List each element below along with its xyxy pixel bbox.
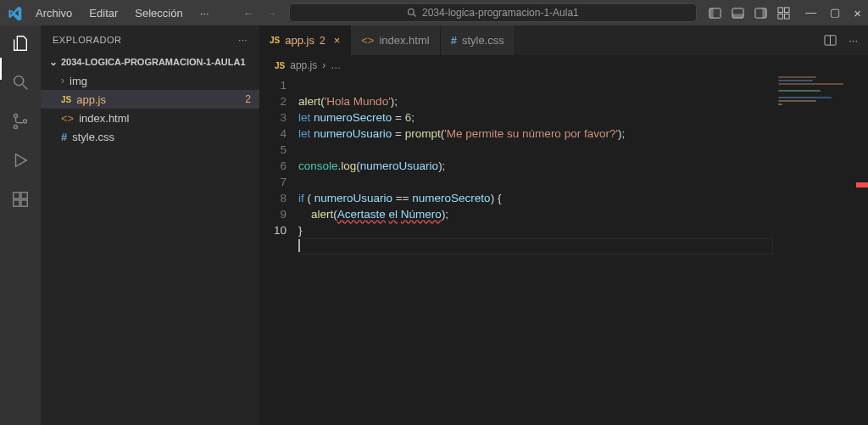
breadcrumb[interactable]: JS app.js › … — [259, 55, 868, 75]
line-number: 9 — [259, 206, 287, 222]
split-editor-icon[interactable] — [824, 34, 837, 47]
line-number: 1 — [259, 77, 287, 93]
tab-app-js[interactable]: JS app.js 2 × — [259, 25, 351, 55]
line-number: 7 — [259, 174, 287, 190]
customize-layout-icon[interactable] — [777, 7, 790, 20]
svg-point-16 — [23, 120, 26, 123]
editor-tabs: JS app.js 2 × <> index.html # style.css … — [259, 25, 868, 55]
tab-label: index.html — [379, 34, 429, 47]
sidebar-title-text: EXPLORADOR — [53, 35, 121, 45]
activity-indicator — [0, 58, 2, 80]
overview-ruler[interactable] — [856, 55, 868, 425]
menu-more[interactable]: ··· — [193, 3, 216, 23]
extensions-icon[interactable] — [11, 190, 30, 209]
activity-bar — [0, 25, 41, 425]
chevron-right-icon: › — [61, 75, 64, 87]
breadcrumb-file: app.js — [290, 59, 317, 71]
folder-label: img — [70, 75, 87, 87]
svg-line-1 — [414, 14, 416, 17]
file-style-css[interactable]: # style.css — [41, 127, 259, 146]
project-name: 2034-LOGICA-PROGRAMACION-1-AULA1 — [61, 57, 246, 67]
line-number: 5 — [259, 142, 287, 158]
maximize-icon[interactable]: ▢ — [830, 6, 840, 20]
css-file-icon: # — [61, 131, 67, 143]
line-gutter: 1 2 3 4 5 6 7 8 9 10 — [259, 77, 298, 287]
minimap[interactable] — [778, 76, 854, 109]
tab-more-icon[interactable]: ··· — [849, 34, 858, 47]
toggle-sidebar-right-icon[interactable] — [754, 7, 767, 20]
source-control-icon[interactable] — [11, 112, 30, 131]
code-content[interactable]: alert('Hola Mundo'); let numeroSecreto =… — [298, 77, 868, 287]
tab-utilities: ··· — [824, 25, 868, 55]
breadcrumb-sep: › — [322, 59, 326, 71]
svg-rect-11 — [785, 14, 790, 19]
svg-rect-9 — [785, 7, 790, 12]
titlebar: Archivo Editar Selección ··· ← → 2034-lo… — [0, 0, 868, 25]
nav-back-icon[interactable]: ← — [243, 7, 254, 20]
chevron-down-icon: ⌄ — [49, 56, 58, 68]
error-marker[interactable] — [856, 182, 868, 187]
command-center[interactable]: 2034-logica-programacion-1-Aula1 — [289, 3, 698, 22]
breadcrumb-more: … — [331, 59, 341, 71]
vscode-logo-icon — [0, 6, 29, 20]
project-section[interactable]: ⌄ 2034-LOGICA-PROGRAMACION-1-AULA1 — [41, 54, 259, 68]
close-icon[interactable]: × — [854, 6, 861, 20]
nav-forward-icon[interactable]: → — [266, 7, 277, 20]
line-number: 4 — [259, 126, 287, 142]
html-file-icon: <> — [61, 112, 74, 125]
editor-area: JS app.js 2 × <> index.html # style.css … — [259, 25, 868, 425]
svg-point-12 — [14, 76, 24, 86]
svg-rect-8 — [778, 7, 783, 12]
run-debug-icon[interactable] — [11, 151, 30, 170]
minimize-icon[interactable]: — — [805, 6, 816, 20]
menu-seleccion[interactable]: Selección — [128, 3, 189, 23]
svg-rect-10 — [778, 14, 783, 19]
js-file-icon: JS — [270, 36, 280, 45]
file-app-js[interactable]: JS app.js 2 — [41, 90, 259, 109]
js-file-icon: JS — [61, 95, 71, 104]
svg-rect-7 — [763, 8, 767, 17]
css-file-icon: # — [451, 34, 457, 47]
line-number: 3 — [259, 109, 287, 126]
line-number: 6 — [259, 158, 287, 174]
problems-badge: 2 — [245, 93, 251, 105]
js-file-icon: JS — [275, 61, 285, 70]
search-activity-icon[interactable] — [11, 73, 30, 92]
explorer-sidebar: EXPLORADOR ··· ⌄ 2034-LOGICA-PROGRAMACIO… — [41, 25, 259, 425]
layout-controls — [709, 7, 790, 20]
tab-style-css[interactable]: # style.css — [441, 25, 515, 55]
svg-rect-20 — [21, 200, 27, 206]
file-label: style.css — [72, 131, 114, 143]
cursor — [298, 239, 300, 252]
svg-rect-19 — [14, 200, 19, 206]
file-index-html[interactable]: <> index.html — [41, 109, 259, 127]
line-number: 8 — [259, 190, 287, 206]
folder-img[interactable]: › img — [41, 71, 259, 90]
svg-point-0 — [409, 9, 415, 15]
menu-editar[interactable]: Editar — [82, 3, 125, 23]
svg-rect-5 — [732, 14, 743, 18]
code-editor[interactable]: 1 2 3 4 5 6 7 8 9 10 alert('Hola Mundo')… — [259, 75, 868, 287]
tab-label: style.css — [462, 34, 504, 47]
window-controls: — ▢ × — [805, 6, 861, 20]
menu-archivo[interactable]: Archivo — [29, 3, 79, 23]
file-label: index.html — [79, 112, 129, 125]
close-tab-icon[interactable]: × — [334, 34, 341, 47]
svg-point-15 — [14, 125, 17, 128]
tab-label: app.js — [285, 34, 314, 47]
file-label: app.js — [76, 93, 106, 106]
svg-rect-18 — [21, 193, 27, 199]
command-center-text: 2034-logica-programacion-1-Aula1 — [422, 7, 579, 19]
svg-point-14 — [14, 115, 17, 118]
tab-problems: 2 — [320, 35, 326, 47]
svg-rect-3 — [709, 8, 714, 17]
line-number: 2 — [259, 93, 287, 109]
explorer-icon[interactable] — [11, 34, 30, 53]
search-icon — [407, 8, 417, 18]
sidebar-more-icon[interactable]: ··· — [238, 35, 248, 45]
toggle-sidebar-left-icon[interactable] — [709, 7, 721, 20]
file-tree: › img JS app.js 2 <> index.html # style.… — [41, 68, 259, 146]
svg-line-13 — [23, 85, 28, 90]
toggle-panel-icon[interactable] — [732, 7, 744, 20]
tab-index-html[interactable]: <> index.html — [351, 25, 440, 55]
